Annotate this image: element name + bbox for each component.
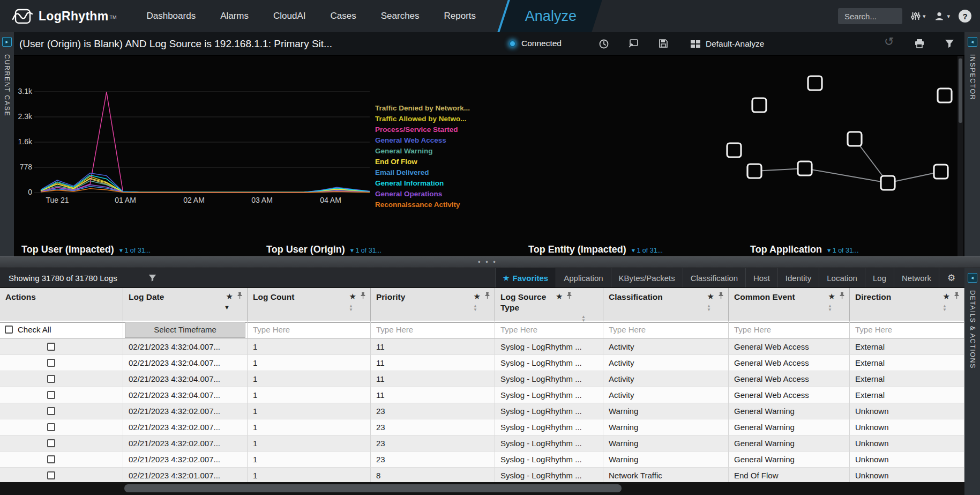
favorite-column-icon[interactable]: ★: [828, 292, 835, 300]
filter-direction-input[interactable]: [851, 323, 962, 337]
row-checkbox[interactable]: [47, 439, 55, 447]
log-table-row[interactable]: 02/21/2023 4:32:04.007...111Syslog - Log…: [0, 339, 964, 355]
panel-meta[interactable]: ▾ 1 of 31...: [827, 247, 858, 254]
log-tab-kbytes-packets[interactable]: KBytes/Packets: [611, 268, 683, 287]
nav-item-reports[interactable]: Reports: [444, 11, 476, 21]
nav-item-analyze-active[interactable]: Analyze: [497, 0, 602, 32]
row-checkbox[interactable]: [47, 359, 55, 367]
row-checkbox[interactable]: [47, 375, 55, 383]
time-range-button[interactable]: [599, 39, 609, 51]
row-checkbox[interactable]: [47, 391, 55, 399]
log-tab-host[interactable]: Host: [745, 268, 777, 287]
log-table-row[interactable]: 02/21/2023 4:32:02.007...123Syslog - Log…: [0, 435, 964, 452]
pin-column-icon[interactable]: [954, 292, 960, 299]
help-button[interactable]: ?: [959, 10, 971, 23]
filter-log-source-type-input[interactable]: [497, 323, 601, 337]
column-header-log-source-type[interactable]: Log Source Type★▲▼: [495, 288, 603, 323]
column-header-priority[interactable]: Priority★▲▼: [371, 288, 495, 323]
legend-item-reconnaissance-activity[interactable]: Reconnaissance Activity: [375, 200, 504, 210]
graph-node[interactable]: [752, 98, 766, 112]
log-tab-location[interactable]: Location: [819, 268, 865, 287]
sort-toggle-icon[interactable]: ▲▼: [473, 304, 477, 312]
row-checkbox[interactable]: [47, 343, 55, 351]
sort-toggle-icon[interactable]: ▲▼: [828, 304, 832, 312]
graph-node[interactable]: [881, 176, 895, 190]
nav-item-cloudai[interactable]: CloudAI: [273, 11, 305, 21]
filter-classification-input[interactable]: [605, 323, 727, 337]
expand-details-actions-button[interactable]: ◂: [968, 273, 977, 283]
sort-toggle-icon[interactable]: ▲▼: [942, 304, 947, 312]
pin-view-button[interactable]: [628, 39, 639, 50]
filter-priority-input[interactable]: [372, 323, 493, 337]
favorite-column-icon[interactable]: ★: [349, 292, 356, 300]
favorite-column-icon[interactable]: ★: [556, 292, 563, 300]
nav-item-dashboards[interactable]: Dashboards: [146, 11, 196, 21]
splitter-handle[interactable]: • • •: [470, 258, 505, 266]
pin-column-icon[interactable]: [237, 292, 243, 299]
expand-current-case-button[interactable]: ▸: [2, 37, 12, 47]
pin-column-icon[interactable]: [360, 292, 366, 299]
log-tab-classification[interactable]: Classification: [683, 268, 745, 287]
legend-item-process-service-started[interactable]: Process/Service Started: [375, 124, 504, 135]
sort-descending-icon[interactable]: ▼: [224, 304, 230, 311]
column-header-log-count[interactable]: Log Count★▲▼: [248, 288, 371, 323]
panel-meta[interactable]: ▾ 1 of 31...: [350, 247, 381, 254]
column-header-classification[interactable]: Classification★▲▼: [603, 288, 729, 323]
column-header-common-event[interactable]: Common Event★▲▼: [729, 288, 850, 323]
log-table-row[interactable]: 02/21/2023 4:32:02.007...123Syslog - Log…: [0, 419, 964, 435]
graph-node[interactable]: [727, 143, 741, 157]
favorite-column-icon[interactable]: ★: [943, 292, 950, 300]
row-checkbox[interactable]: [47, 455, 55, 463]
check-all-checkbox[interactable]: [5, 326, 13, 334]
global-search-input[interactable]: [838, 8, 902, 24]
print-button[interactable]: [914, 39, 925, 50]
graph-node[interactable]: [798, 161, 812, 175]
graph-node[interactable]: [808, 76, 822, 90]
log-tab-network[interactable]: Network: [894, 268, 939, 287]
favorite-column-icon[interactable]: ★: [707, 292, 714, 300]
legend-item-traffic-denied-by-network[interactable]: Traffic Denied by Network...: [375, 103, 504, 114]
nav-item-alarms[interactable]: Alarms: [220, 11, 249, 21]
legend-item-general-web-access[interactable]: General Web Access: [375, 135, 504, 146]
filter-log-count-input[interactable]: [249, 323, 369, 337]
nav-item-cases[interactable]: Cases: [331, 11, 356, 21]
legend-item-general-operations[interactable]: General Operations: [375, 189, 504, 200]
user-menu-button[interactable]: ▾: [934, 11, 950, 21]
log-table-row[interactable]: 02/21/2023 4:32:02.007...123Syslog - Log…: [0, 403, 964, 419]
column-header-direction[interactable]: Direction★▲▼: [850, 288, 964, 323]
log-tab-application[interactable]: Application: [556, 268, 610, 287]
graph-node[interactable]: [848, 132, 862, 146]
current-case-panel-tab[interactable]: ▸ CURRENT CASE: [0, 32, 14, 256]
row-checkbox[interactable]: [47, 471, 55, 479]
scrollbar-thumb[interactable]: [124, 484, 622, 492]
column-header-log-date[interactable]: Log Date★▼: [123, 288, 248, 323]
favorite-column-icon[interactable]: ★: [226, 292, 233, 300]
row-checkbox[interactable]: [47, 407, 55, 415]
panel-splitter[interactable]: • • •: [0, 256, 980, 268]
graph-node[interactable]: [747, 164, 761, 178]
table-settings-button[interactable]: ⚙: [939, 268, 963, 288]
pin-column-icon[interactable]: [839, 292, 845, 299]
logrhythm-logo[interactable]: LogRhythm TM: [12, 7, 116, 25]
log-tab-favorites[interactable]: ★Favorites: [495, 268, 556, 287]
favorite-column-icon[interactable]: ★: [474, 292, 481, 300]
log-table-row[interactable]: 02/21/2023 4:32:04.007...111Syslog - Log…: [0, 371, 964, 387]
legend-item-end-of-flow[interactable]: End Of Flow: [375, 157, 504, 167]
logs-filter-button[interactable]: [148, 274, 156, 282]
legend-item-email-delivered[interactable]: Email Delivered: [375, 167, 504, 178]
undo-button[interactable]: ↺: [884, 36, 894, 48]
graph-node[interactable]: [934, 165, 948, 179]
pin-column-icon[interactable]: [484, 292, 490, 299]
sort-toggle-icon[interactable]: ▲▼: [349, 304, 353, 312]
legend-item-traffic-allowed-by-netwo[interactable]: Traffic Allowed by Netwo...: [375, 114, 504, 124]
details-actions-panel-tab[interactable]: ◂ DETAILS & ACTIONS: [964, 268, 980, 495]
log-table-row[interactable]: 02/21/2023 4:32:04.007...111Syslog - Log…: [0, 387, 964, 403]
save-view-button[interactable]: [659, 39, 668, 50]
expand-inspector-button[interactable]: ◂: [968, 37, 977, 47]
legend-item-general-warning[interactable]: General Warning: [375, 146, 504, 157]
panel-meta[interactable]: ▾ 1 of 31...: [632, 247, 663, 254]
row-checkbox[interactable]: [47, 423, 55, 431]
graph-node[interactable]: [938, 88, 952, 102]
pin-column-icon[interactable]: [718, 292, 724, 299]
filter-button[interactable]: [945, 39, 954, 50]
